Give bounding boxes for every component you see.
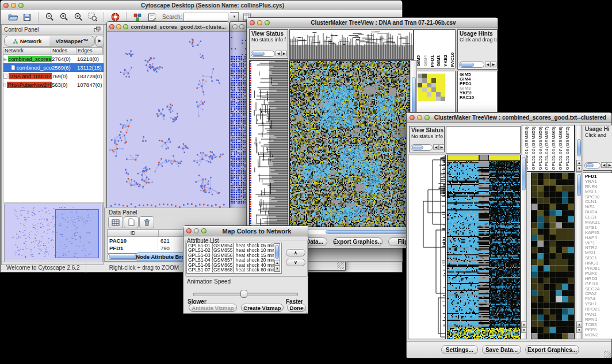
move-up-button[interactable]: ∧	[286, 249, 305, 256]
scroll-right-icon[interactable]: ▶	[491, 62, 496, 67]
column-header-edges[interactable]: Edges	[76, 47, 103, 55]
create-vizmap-button[interactable]: Create Vizmap	[241, 304, 284, 312]
column-dendrogram-canvas[interactable]	[290, 30, 413, 59]
minimize-icon[interactable]	[417, 115, 422, 120]
network-view-window[interactable]: combined_scores_good.txt--cluste...	[106, 21, 230, 210]
scroll-down-icon[interactable]: ▼	[576, 166, 582, 171]
delete-attribute-icon[interactable]	[139, 216, 154, 228]
zoom-window-icon[interactable]	[201, 228, 206, 233]
close-icon[interactable]	[250, 20, 255, 25]
zoom-fit-icon[interactable]	[72, 12, 85, 23]
column-label[interactable]: GPL51-07 (GSM868)	[559, 127, 564, 170]
table-row[interactable]: DNA and Tran 07 769(0) 183728(0)	[3, 72, 104, 81]
table-row[interactable]: combined_scores 2764(0) 16218(0)	[3, 55, 104, 63]
save-data-button[interactable]: Save Data...	[482, 345, 521, 354]
horizontal-scrollbar[interactable]	[459, 62, 484, 68]
scroll-right-icon[interactable]: ▶	[439, 144, 445, 150]
column-label[interactable]: GIM4	[423, 55, 429, 67]
network-overview-canvas[interactable]	[5, 204, 101, 260]
column-label[interactable]: PAC10	[450, 52, 456, 67]
select-attributes-icon[interactable]	[108, 216, 123, 228]
column-header-id[interactable]: ID	[108, 230, 159, 237]
expression-heatmap-canvas[interactable]	[290, 61, 410, 227]
attribute-list-scrollbar[interactable]: ▲ ▼	[274, 243, 280, 272]
table-row[interactable]: RNAPuberNov2+| 563(0) 107847(0)	[3, 81, 104, 89]
move-down-button[interactable]: ∨	[286, 259, 305, 266]
export-graphics-button[interactable]: Export Graphics...	[525, 345, 579, 354]
scroll-left-icon[interactable]: ◀	[433, 144, 439, 150]
search-input[interactable]	[183, 13, 228, 21]
column-dendrogram-panel[interactable]	[289, 29, 414, 60]
zoom-window-icon[interactable]	[265, 20, 270, 25]
settings-button[interactable]: Settings...	[441, 345, 478, 354]
column-label[interactable]: GPL51-06 (GSM865)	[552, 127, 557, 170]
zoom-selected-icon[interactable]	[86, 12, 99, 23]
treeview2-titlebar[interactable]: ClusterMaker TreeView : combined_scores_…	[407, 113, 611, 123]
column-label[interactable]: GPL51-02 (GSM855)	[531, 127, 537, 170]
column-label[interactable]: GPL51-08 (GSM872)	[565, 127, 571, 170]
dialog-titlebar[interactable]: Map Colors to Network	[183, 226, 308, 236]
float-panel-icon[interactable]	[94, 26, 101, 33]
animation-slider-thumb[interactable]	[240, 290, 247, 298]
tab-network[interactable]: Network	[5, 36, 49, 46]
column-label[interactable]: PFD1	[430, 55, 435, 67]
column-label[interactable]: GIM5	[416, 55, 422, 67]
zoom-in-icon[interactable]	[58, 12, 70, 23]
search-dropdown-icon[interactable]: ▼	[230, 12, 239, 22]
column-labels-scrollbar[interactable]: ▲ ▼	[576, 125, 582, 172]
column-label[interactable]: YKE2	[443, 55, 449, 67]
zoom-window-icon[interactable]	[123, 24, 128, 29]
minimize-icon[interactable]	[239, 24, 244, 29]
map-colors-dialog[interactable]: Map Colors to Network Attribute List GPL…	[183, 225, 308, 314]
zoom-heatmap-canvas[interactable]	[531, 173, 574, 339]
scroll-right-icon[interactable]: ▶	[281, 51, 287, 56]
row-label[interactable]: PAC10	[460, 95, 497, 100]
close-icon[interactable]	[109, 24, 114, 29]
column-header-network[interactable]: Network	[3, 47, 51, 55]
open-folder-icon[interactable]	[6, 12, 19, 23]
close-icon[interactable]	[410, 115, 415, 120]
horizontal-scrollbar[interactable]	[411, 144, 433, 151]
column-label[interactable]: GIM3	[437, 55, 442, 67]
expression-heatmap-canvas[interactable]	[447, 155, 520, 339]
column-dendrogram-panel[interactable]	[446, 126, 521, 154]
zoom-window-icon[interactable]	[424, 115, 430, 120]
close-icon[interactable]	[3, 3, 9, 8]
network-window-titlebar[interactable]: combined_scores_good.txt--cluste...	[107, 22, 229, 32]
row-dendrogram-canvas[interactable]	[408, 155, 445, 339]
horizontal-scrollbar[interactable]	[251, 51, 275, 57]
scroll-up-icon[interactable]: ▲	[576, 321, 582, 327]
main-heatmap-panel[interactable]	[447, 155, 521, 339]
column-label[interactable]: GPL51-03 (GSM856)	[538, 127, 544, 170]
tab-vizmapper[interactable]: VizMapper™	[49, 36, 94, 46]
scroll-left-icon[interactable]: ◀	[601, 162, 607, 168]
zoom-window-icon[interactable]	[18, 3, 24, 8]
attribute-item[interactable]: GPL51-07 (GSM868) heat shock 60 min	[187, 267, 281, 272]
scroll-up-icon[interactable]: ▲	[576, 160, 582, 166]
treeview-window-combined[interactable]: ClusterMaker TreeView : combined_scores_…	[406, 112, 612, 357]
animation-slider[interactable]	[193, 293, 298, 296]
scroll-left-icon[interactable]: ◀	[485, 62, 491, 67]
scroll-right-icon[interactable]: ▶	[607, 162, 612, 168]
zoom-out-icon[interactable]	[43, 12, 56, 23]
minimize-icon[interactable]	[11, 3, 16, 8]
resize-grip[interactable]	[604, 351, 611, 358]
scroll-up-icon[interactable]: ▲	[274, 260, 280, 266]
minimize-icon[interactable]	[116, 24, 121, 29]
main-heatmap-panel[interactable]	[289, 60, 410, 227]
scroll-down-icon[interactable]: ▼	[576, 327, 582, 333]
table-row-selected[interactable]: combined_sco 2569(6) 13112(15)	[3, 63, 104, 72]
horizontal-scrollbar[interactable]	[584, 162, 600, 168]
vertical-scrollbar[interactable]: ▲ ▼	[521, 155, 527, 339]
close-icon[interactable]	[186, 228, 192, 233]
scroll-down-icon[interactable]: ▼	[274, 266, 280, 271]
row-dendrogram-panel[interactable]	[408, 155, 446, 339]
zoom-heatmap-panel[interactable]	[531, 173, 575, 339]
export-graphics-button[interactable]: Export Graphics...	[333, 237, 382, 246]
correlation-heatmap-canvas[interactable]	[418, 74, 446, 101]
column-header-nodes[interactable]: Nodes	[51, 47, 76, 55]
row-dendrogram-canvas[interactable]	[250, 61, 288, 227]
network-overview-panel[interactable]	[4, 204, 103, 262]
close-icon[interactable]	[232, 24, 238, 29]
scroll-left-icon[interactable]: ◀	[276, 51, 281, 56]
